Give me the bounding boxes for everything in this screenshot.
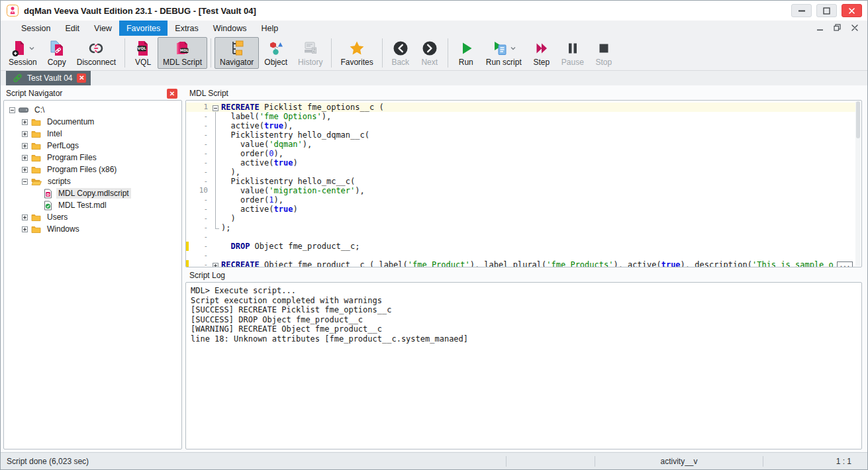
menu-item-session[interactable]: Session — [14, 21, 58, 36]
log-line: Script execution completed with warnings — [191, 296, 857, 306]
code-line[interactable]: - active(true) — [186, 158, 855, 167]
fold-column — [211, 232, 221, 242]
code-line[interactable]: - DROP Object fme_product__c; — [186, 242, 855, 251]
toolbar-separator — [382, 38, 383, 68]
close-button[interactable] — [842, 4, 862, 17]
vql-button[interactable]: VQLVQL — [128, 37, 158, 69]
menu-item-edit[interactable]: Edit — [58, 21, 87, 36]
code-text: RECREATE Picklist fme_options__c ( — [221, 103, 855, 112]
tree-item[interactable]: scripts — [5, 175, 180, 187]
code-editor[interactable]: 1RECREATE Picklist fme_options__c (- lab… — [185, 100, 862, 267]
favorites-icon — [348, 40, 365, 57]
menu-item-view[interactable]: View — [87, 21, 119, 36]
mdl-script-button[interactable]: MDLMDL Script — [158, 37, 207, 69]
expander-plus-icon[interactable] — [22, 155, 28, 161]
code-line[interactable]: - active(true), — [186, 121, 855, 130]
expander-plus-icon[interactable] — [22, 167, 28, 173]
code-line[interactable]: - Picklistentry hello_dqman__c( — [186, 130, 855, 140]
log-line: [WARNING] RECREATE Object fme_product__c — [191, 324, 857, 334]
back-button[interactable]: Back — [386, 37, 415, 69]
tree-item[interactable]: Documentum — [5, 116, 180, 128]
code-line[interactable]: - ), — [186, 167, 855, 177]
expander-plus-icon[interactable] — [22, 214, 28, 220]
stop-button[interactable]: Stop — [589, 37, 618, 69]
run-button[interactable]: Run — [452, 37, 481, 69]
code-line[interactable]: - order(1), — [186, 195, 855, 205]
editor-scrollbar[interactable] — [855, 101, 861, 266]
line-number: - — [189, 223, 211, 232]
fold-expand-icon[interactable] — [213, 261, 218, 267]
object-button[interactable]: Object — [259, 37, 293, 69]
tree-item[interactable]: DMDL Copy.mdlscript — [5, 187, 180, 199]
tree-item-label: Program Files (x86) — [45, 164, 119, 175]
code-line[interactable]: - order(0), — [186, 149, 855, 158]
line-number: - — [189, 130, 211, 140]
script-navigator-close-icon[interactable]: ✕ — [167, 89, 177, 99]
code-line[interactable]: - — [186, 232, 855, 242]
maximize-button[interactable] — [816, 4, 837, 17]
step-button[interactable]: Step — [527, 37, 556, 69]
navigator-button[interactable]: Navigator — [215, 37, 259, 69]
session-button[interactable]: Session — [3, 37, 42, 69]
mdi-close-icon[interactable] — [851, 24, 858, 33]
menu-item-favorites[interactable]: Favorites — [119, 21, 168, 36]
expander-plus-icon[interactable] — [22, 143, 28, 149]
tree-item[interactable]: Intel — [5, 128, 180, 140]
tree-item[interactable]: PerfLogs — [5, 140, 180, 152]
pause-button[interactable]: Pause — [556, 37, 589, 69]
menu-item-help[interactable]: Help — [254, 21, 285, 36]
expander-plus-icon[interactable] — [22, 226, 28, 232]
menu-item-windows[interactable]: Windows — [206, 21, 254, 36]
folded-code-ellipsis[interactable]: ... — [837, 261, 853, 267]
code-text: order(1), — [221, 195, 855, 205]
tree-item[interactable]: C:\ — [5, 104, 180, 116]
tab-test-vault-04[interactable]: Test Vault 04 ✕ — [6, 71, 91, 85]
code-line[interactable]: - label('fme Options'), — [186, 112, 855, 121]
tree-item[interactable]: Program Files — [5, 152, 180, 164]
expander-plus-icon[interactable] — [22, 119, 28, 125]
run-script-button[interactable]: Run script — [481, 37, 527, 69]
session-button-label: Session — [9, 58, 37, 67]
code-line[interactable]: - value('dqman'), — [186, 140, 855, 149]
expander-plus-icon[interactable] — [22, 131, 28, 137]
expander-minus-icon[interactable] — [9, 107, 15, 113]
code-line[interactable]: - ) — [186, 214, 855, 223]
script-log[interactable]: MDL> Execute script...Script execution c… — [185, 282, 862, 449]
code-line[interactable]: - active(true) — [186, 205, 855, 214]
fold-column[interactable] — [211, 260, 221, 267]
code-line[interactable]: - Picklistentry hello_mc__c( — [186, 177, 855, 186]
tree-item[interactable]: MDL Test.mdl — [5, 199, 180, 211]
status-cell-empty — [506, 453, 595, 469]
line-number: - — [189, 242, 211, 251]
fold-column — [211, 167, 221, 177]
line-number: - — [189, 112, 211, 121]
copy-button-label: Copy — [48, 58, 66, 67]
editor-scrollbar-thumb[interactable] — [856, 101, 860, 138]
tree-item[interactable]: Users — [5, 211, 180, 223]
code-line[interactable]: 10 value('migration-center'), — [186, 186, 855, 195]
disconnect-button[interactable]: Disconnect — [72, 37, 121, 69]
file-tree[interactable]: C:\DocumentumIntelPerfLogsProgram FilesP… — [3, 100, 182, 449]
code-line[interactable]: -); — [186, 223, 855, 232]
copy-button[interactable]: Copy — [42, 37, 72, 69]
mdi-minimize-icon[interactable] — [817, 24, 823, 33]
mdi-restore-icon[interactable] — [834, 24, 841, 33]
status-field-name: activity__v — [595, 453, 763, 469]
expander-minus-icon[interactable] — [22, 179, 28, 185]
fold-column — [211, 177, 221, 186]
code-line[interactable]: -RECREATE Object fme_product__c ( label(… — [186, 260, 855, 267]
folder-icon — [31, 154, 41, 162]
folder-icon — [31, 118, 41, 126]
history-button[interactable]: History — [293, 37, 328, 69]
tree-item[interactable]: Windows — [5, 223, 180, 235]
tree-item[interactable]: Program Files (x86) — [5, 164, 180, 175]
main-area: Script Navigator ✕ C:\DocumentumIntelPer… — [1, 85, 867, 452]
minimize-button[interactable] — [791, 4, 812, 17]
code-line[interactable]: - — [186, 251, 855, 260]
fold-column[interactable] — [211, 103, 221, 112]
next-button[interactable]: Next — [415, 37, 444, 69]
favorites-button[interactable]: Favorites — [335, 37, 378, 69]
code-line[interactable]: 1RECREATE Picklist fme_options__c ( — [186, 103, 855, 112]
tab-close-icon[interactable]: ✕ — [77, 73, 86, 83]
menu-item-extras[interactable]: Extras — [168, 21, 205, 36]
